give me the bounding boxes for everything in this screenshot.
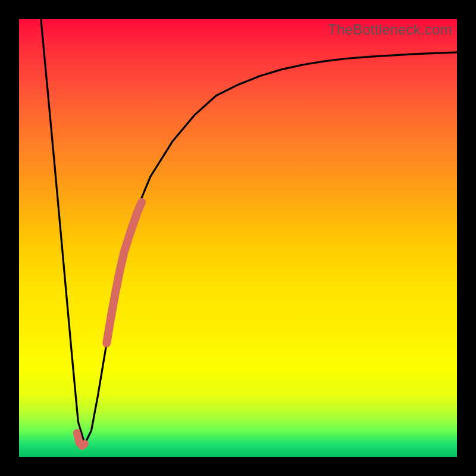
bottleneck-curve-path: [41, 19, 457, 444]
highlight-rising-segment: [107, 202, 142, 343]
chart-frame: TheBottleneck.com: [0, 0, 476, 476]
plot-area: TheBottleneck.com: [19, 19, 457, 457]
chart-svg: [19, 19, 457, 457]
